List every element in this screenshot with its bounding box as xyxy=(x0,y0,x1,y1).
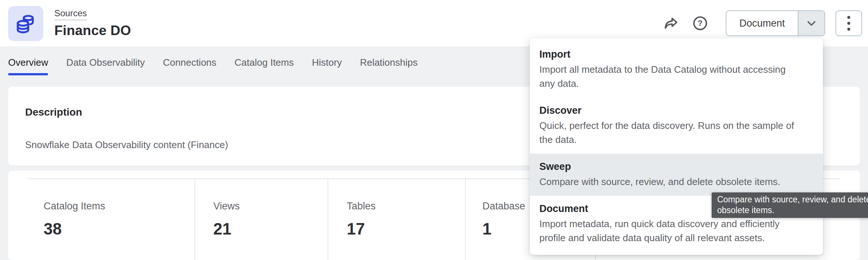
stat-column-divider xyxy=(465,179,466,260)
help-icon: ? xyxy=(692,15,709,32)
menu-item-discover[interactable]: Discover Quick, perfect for the data dis… xyxy=(530,98,823,154)
breadcrumb-sources[interactable]: Sources xyxy=(54,8,87,20)
tab-data-observability[interactable]: Data Observability xyxy=(66,47,145,78)
stat-label: Tables xyxy=(347,200,376,212)
menu-item-title: Sweep xyxy=(539,161,813,172)
stat-column-divider xyxy=(194,179,195,260)
menu-item-description: Import all metadata to the Data Catalog … xyxy=(539,62,813,90)
tab-label: History xyxy=(312,57,342,68)
tab-connections[interactable]: Connections xyxy=(163,47,217,78)
menu-item-description: Compare with source, review, and delete … xyxy=(539,175,813,189)
menu-item-title: Import xyxy=(539,48,813,60)
tab-label: Overview xyxy=(8,57,48,68)
document-dropdown-toggle[interactable] xyxy=(798,11,824,35)
stat-value: 38 xyxy=(44,220,105,238)
stat-label: Database xyxy=(482,200,525,212)
menu-item-title: Discover xyxy=(539,105,813,116)
database-coins-icon xyxy=(14,12,37,35)
share-icon xyxy=(662,15,679,32)
active-tab-indicator xyxy=(8,73,48,75)
svg-text:?: ? xyxy=(698,18,702,28)
tab-label: Connections xyxy=(163,57,217,68)
menu-item-import[interactable]: Import Import all metadata to the Data C… xyxy=(530,41,823,98)
document-action-menu: Import Import all metadata to the Data C… xyxy=(530,38,823,255)
stat-column-divider xyxy=(328,179,328,260)
stat-value: 1 xyxy=(482,220,525,238)
menu-item-description: Import metadata, run quick data discover… xyxy=(539,217,813,245)
header-actions: ? Document xyxy=(662,10,868,36)
tab-history[interactable]: History xyxy=(312,47,342,78)
tab-label: Relationships xyxy=(360,57,418,68)
app-screen: Sources Finance DO ? Document xyxy=(0,0,868,260)
stat-value: 21 xyxy=(213,220,240,238)
chevron-down-icon xyxy=(804,16,819,31)
title-block: Sources Finance DO xyxy=(54,8,131,38)
tab-relationships[interactable]: Relationships xyxy=(360,47,418,78)
stat-database: Database 1 xyxy=(482,200,525,238)
tab-overview[interactable]: Overview xyxy=(8,47,48,78)
help-button[interactable]: ? xyxy=(692,15,709,32)
sweep-tooltip: Compare with source, review, and delete … xyxy=(712,192,868,218)
document-split-button: Document xyxy=(726,10,825,36)
stat-value: 17 xyxy=(347,220,376,238)
stat-label: Views xyxy=(213,200,240,212)
stat-label: Catalog Items xyxy=(44,200,105,212)
stat-tables: Tables 17 xyxy=(347,200,376,238)
tab-label: Data Observability xyxy=(66,57,145,68)
tab-label: Catalog Items xyxy=(234,57,294,68)
menu-item-description: Quick, perfect for the data discovery. R… xyxy=(539,119,813,147)
stat-catalog-items: Catalog Items 38 xyxy=(44,200,105,238)
share-button[interactable] xyxy=(662,15,679,32)
more-actions-button[interactable] xyxy=(835,10,862,36)
page-title: Finance DO xyxy=(54,23,131,38)
document-action-button[interactable]: Document xyxy=(726,11,798,35)
kebab-menu-icon xyxy=(847,16,850,31)
stat-views: Views 21 xyxy=(213,200,240,238)
menu-item-sweep[interactable]: Sweep Compare with source, review, and d… xyxy=(530,154,823,196)
source-type-icon-tile xyxy=(8,6,43,41)
tab-catalog-items[interactable]: Catalog Items xyxy=(234,47,294,78)
